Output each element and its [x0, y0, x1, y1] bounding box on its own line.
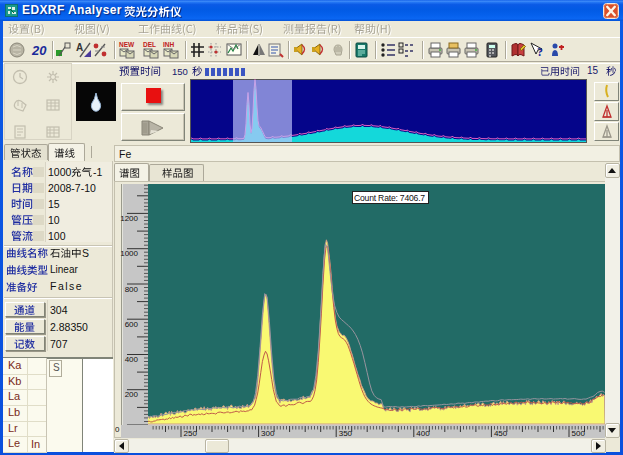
svg-text:INH: INH: [163, 41, 175, 48]
svg-text:NEW: NEW: [119, 41, 135, 48]
svg-text:350: 350: [339, 429, 353, 438]
svg-text:800: 800: [125, 285, 139, 294]
svg-text:600: 600: [125, 320, 139, 329]
svg-text:20: 20: [31, 43, 47, 58]
svg-text:400: 400: [416, 429, 430, 438]
svg-text:A: A: [76, 42, 83, 53]
svg-text:1200: 1200: [120, 214, 138, 223]
svg-text:250: 250: [184, 429, 198, 438]
svg-text:DEL: DEL: [143, 41, 156, 48]
svg-text:300: 300: [261, 429, 275, 438]
svg-text:?: ?: [537, 45, 543, 59]
svg-text:500: 500: [572, 429, 586, 438]
svg-text:1000: 1000: [120, 249, 138, 258]
svg-text:450: 450: [494, 429, 508, 438]
svg-text:400: 400: [125, 355, 139, 364]
svg-text:200: 200: [125, 390, 139, 399]
